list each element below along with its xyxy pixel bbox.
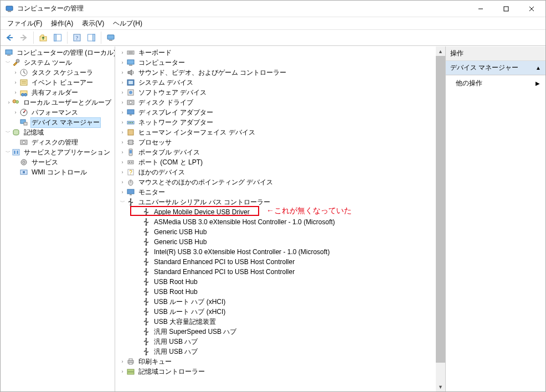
actions-group[interactable]: デバイス マネージャー ▲: [446, 61, 545, 75]
tree-shared-folders[interactable]: › 共有フォルダー: [2, 87, 115, 97]
maximize-button[interactable]: [493, 1, 519, 17]
expander-icon[interactable]: ›: [119, 100, 126, 105]
device-category[interactable]: ›ヒューマン インターフェイス デバイス: [116, 127, 436, 137]
usb-device-item[interactable]: ›Intel(R) USB 3.0 eXtensible Host Contro…: [116, 247, 436, 257]
display-button[interactable]: [104, 31, 117, 44]
expander-icon[interactable]: ›: [119, 120, 126, 125]
forward-button[interactable]: [17, 31, 30, 44]
expander-icon[interactable]: ›: [12, 80, 19, 85]
actions-more[interactable]: 他の操作 ▶: [446, 75, 545, 91]
tree-disk-management[interactable]: ディスクの管理: [2, 137, 115, 147]
usb-device-item[interactable]: ›汎用 USB ハブ: [116, 337, 436, 347]
tree-label: パフォーマンス: [30, 108, 79, 117]
scroll-down-button[interactable]: ▼: [436, 382, 445, 391]
tree-storage[interactable]: ﹀ 記憶域: [2, 127, 115, 137]
scrollbar-thumb[interactable]: [436, 56, 445, 363]
expander-icon[interactable]: ›: [119, 130, 126, 135]
device-category[interactable]: ›ディスプレイ アダプター: [116, 107, 436, 117]
expander-icon[interactable]: ›: [119, 369, 126, 374]
svg-rect-36: [17, 151, 18, 154]
device-category[interactable]: ›?ほかのデバイス: [116, 167, 436, 177]
expander-icon[interactable]: ›: [12, 90, 19, 95]
device-category[interactable]: ›コンピューター: [116, 58, 436, 68]
back-button[interactable]: [3, 31, 16, 44]
menu-help[interactable]: ヘルプ(H): [109, 18, 147, 29]
usb-device-item[interactable]: ›USB ルート ハブ (xHCI): [116, 297, 436, 307]
usb-device-item[interactable]: ›Generic USB Hub: [116, 227, 436, 237]
device-tree[interactable]: ›キーボード›コンピューター›サウンド、ビデオ、およびゲーム コントローラー›シ…: [115, 47, 436, 391]
usb-device-item[interactable]: ›汎用 USB ハブ: [116, 347, 436, 357]
device-category[interactable]: ›サウンド、ビデオ、およびゲーム コントローラー: [116, 68, 436, 78]
tree-local-users[interactable]: › ローカル ユーザーとグループ: [2, 97, 115, 107]
usb-device-item[interactable]: ›USB Root Hub: [116, 277, 436, 287]
usb-device-item[interactable]: ›ASMedia USB 3.0 eXtensible Host Control…: [116, 217, 436, 227]
expander-icon: ›: [134, 329, 142, 334]
expander-icon[interactable]: ﹀: [4, 149, 12, 156]
device-category[interactable]: ›キーボード: [116, 48, 436, 58]
tree-device-manager[interactable]: デバイス マネージャー: [2, 117, 115, 127]
tree-wmi[interactable]: WMI コントロール: [2, 167, 115, 177]
expander-icon[interactable]: ›: [119, 50, 126, 55]
usb-device-item[interactable]: ›汎用 SuperSpeed USB ハブ: [116, 327, 436, 337]
expander-icon[interactable]: ›: [119, 169, 126, 175]
expander-icon[interactable]: ›: [12, 70, 19, 75]
console-tree[interactable]: ▸ コンピューターの管理 (ローカル) ﹀ システム ツール ›: [1, 47, 115, 391]
help-button[interactable]: ?: [70, 31, 84, 44]
usb-device-item[interactable]: ›Standard Enhanced PCI to USB Host Contr…: [116, 267, 436, 277]
usb-device-item[interactable]: ›USB Root Hub: [116, 287, 436, 297]
expander-icon[interactable]: ›: [119, 149, 126, 155]
device-category[interactable]: ›印刷キュー: [116, 357, 436, 367]
tree-services[interactable]: サービス: [2, 157, 115, 167]
scroll-up-button[interactable]: ▲: [436, 47, 445, 56]
close-button[interactable]: [519, 1, 544, 17]
usb-device-item[interactable]: ›Apple Mobile Device USB Driver: [116, 207, 436, 217]
device-category[interactable]: ›記憶域コントローラー: [116, 367, 436, 376]
expander-icon[interactable]: ﹀: [4, 59, 12, 66]
usb-device-item[interactable]: ›Generic USB Hub: [116, 237, 436, 247]
device-category[interactable]: ›システム デバイス: [116, 78, 436, 87]
tree-root[interactable]: ▸ コンピューターの管理 (ローカル): [2, 48, 115, 58]
minimize-button[interactable]: [468, 1, 493, 17]
device-category[interactable]: ›マウスとそのほかのポインティング デバイス: [116, 177, 436, 187]
show-hide-tree-button[interactable]: [51, 31, 64, 44]
menu-file[interactable]: ファイル(F): [3, 18, 47, 29]
expander-icon[interactable]: ›: [119, 110, 126, 115]
vertical-scrollbar[interactable]: ▲ ▼: [436, 47, 445, 391]
expander-icon[interactable]: ›: [119, 70, 126, 75]
expander-icon[interactable]: ›: [119, 159, 126, 165]
tree-performance[interactable]: › パフォーマンス: [2, 107, 115, 117]
usb-icon: [142, 267, 151, 276]
device-category[interactable]: ›ディスク ドライブ: [116, 97, 436, 107]
expander-icon[interactable]: ›: [12, 110, 19, 115]
device-category[interactable]: ›ポータブル デバイス: [116, 147, 436, 157]
expander-icon[interactable]: ›: [119, 140, 126, 145]
usb-device-item[interactable]: ›USB ルート ハブ (xHCI): [116, 307, 436, 317]
expander-icon[interactable]: ›: [119, 189, 126, 195]
expander-icon[interactable]: ›: [119, 80, 126, 85]
expander-icon[interactable]: ﹀: [119, 199, 126, 206]
expander-icon[interactable]: ›: [7, 100, 11, 105]
show-hide-action-button[interactable]: [85, 31, 98, 44]
tree-event-viewer[interactable]: › イベント ビューアー: [2, 78, 115, 87]
expander-icon[interactable]: ›: [119, 90, 126, 95]
device-category[interactable]: ›ポート (COM と LPT): [116, 157, 436, 167]
tree-task-scheduler[interactable]: › タスク スケジューラ: [2, 68, 115, 78]
expander-icon[interactable]: ›: [119, 179, 126, 185]
device-category[interactable]: ›プロセッサ: [116, 137, 436, 147]
device-label: Intel(R) USB 3.0 eXtensible Host Control…: [153, 248, 331, 256]
menu-action[interactable]: 操作(A): [47, 18, 78, 29]
up-button[interactable]: [37, 31, 50, 44]
device-label: ASMedia USB 3.0 eXtensible Host Controll…: [153, 218, 336, 226]
tree-services-apps[interactable]: ﹀ サービスとアプリケーション: [2, 147, 115, 157]
device-category[interactable]: ﹀ユニバーサル シリアル バス コントローラー: [116, 197, 436, 207]
expander-icon[interactable]: ﹀: [4, 129, 12, 136]
expander-icon[interactable]: ›: [119, 359, 126, 364]
usb-device-item[interactable]: ›Standard Enhanced PCI to USB Host Contr…: [116, 257, 436, 267]
device-category[interactable]: ›ソフトウェア デバイス: [116, 87, 436, 97]
usb-device-item[interactable]: ›USB 大容量記憶装置: [116, 317, 436, 327]
menu-view[interactable]: 表示(V): [78, 18, 109, 29]
device-category[interactable]: ›モニター: [116, 187, 436, 197]
device-category[interactable]: ›ネットワーク アダプター: [116, 117, 436, 127]
expander-icon[interactable]: ›: [119, 60, 126, 65]
tree-system-tools[interactable]: ﹀ システム ツール: [2, 58, 115, 68]
